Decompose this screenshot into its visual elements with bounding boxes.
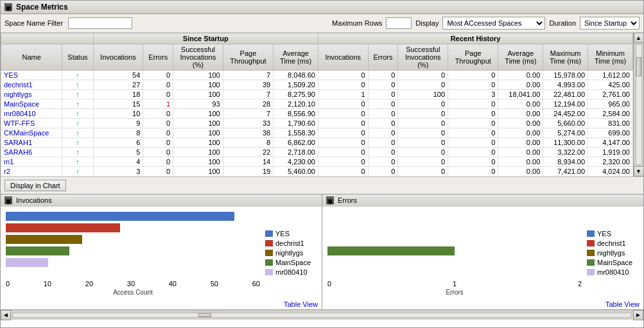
data-cell: 28 xyxy=(223,99,273,109)
table-row: dechrist1↑270100391,509.2000000.004,993.… xyxy=(1,80,633,90)
scroll-track[interactable] xyxy=(636,44,642,165)
table-row: mr080410↑10010078,556.9000000.0024,452.0… xyxy=(1,109,633,119)
display-in-chart-button[interactable]: Display in Chart xyxy=(4,180,66,191)
invocations-axis-title: Access Count xyxy=(6,289,260,296)
data-cell: 18,041.00 xyxy=(498,90,543,99)
horizontal-scroll-track[interactable] xyxy=(12,313,632,318)
data-cell: 5 xyxy=(93,148,143,157)
space-name-cell[interactable]: m1 xyxy=(1,157,62,167)
legend-item: MainSpace xyxy=(587,259,638,266)
max-rows-input[interactable] xyxy=(386,17,412,29)
data-cell: 0 xyxy=(398,71,448,80)
data-cell: 0 xyxy=(368,138,398,148)
data-cell: 0 xyxy=(448,167,498,177)
data-cell: 8 xyxy=(93,128,143,138)
data-cell: 1 xyxy=(143,99,173,109)
errors-chart-content: 012 Errors YESdechrist1nightlygsMainSpac… xyxy=(322,207,643,299)
data-cell: 5,274.00 xyxy=(543,128,588,138)
space-name-cell[interactable]: r2 xyxy=(1,167,62,177)
data-cell: 11,300.00 xyxy=(543,138,588,148)
bar-row xyxy=(6,235,260,244)
data-cell: 2,120.10 xyxy=(274,99,318,109)
legend-item: mr080410 xyxy=(265,268,317,276)
data-cell: 100 xyxy=(173,109,223,119)
duration-label: Duration xyxy=(549,19,576,27)
errors-table-view-link[interactable]: Table View xyxy=(322,299,643,309)
errors-chart-panel: ▣ Errors 012 Errors YESdechrist1nightlyg… xyxy=(322,194,643,309)
display-select[interactable]: Most ACcessed Spaces Least Accessed Spac… xyxy=(442,17,545,30)
invocations-bars-area: 0102030405060 Access Count xyxy=(6,212,260,294)
data-cell: 0 xyxy=(368,128,398,138)
scroll-up-button[interactable]: ▲ xyxy=(634,33,644,43)
data-cell: 0 xyxy=(143,109,173,119)
scroll-thumb[interactable] xyxy=(636,57,641,76)
data-cell: 0 xyxy=(318,128,368,138)
data-cell: 8 xyxy=(223,138,273,148)
data-cell: 0 xyxy=(318,109,368,119)
space-name-cell[interactable]: MainSpace xyxy=(1,99,62,109)
axis-tick: 50 xyxy=(211,280,218,288)
table-row: CKMainSpace↑80100381,558.3000000.005,274… xyxy=(1,128,633,138)
space-name-cell[interactable]: SARAH6 xyxy=(1,148,62,157)
data-cell: 4,024.00 xyxy=(588,167,633,177)
data-cell: 0 xyxy=(368,71,398,80)
duration-select[interactable]: Since Startup Last Hour Last Day xyxy=(580,17,640,30)
data-cell: 0 xyxy=(143,138,173,148)
status-cell: ↑ xyxy=(62,128,93,138)
space-name-cell[interactable]: dechrist1 xyxy=(1,80,62,90)
data-cell: 0 xyxy=(398,148,448,157)
bar-fill xyxy=(6,246,69,255)
data-cell: 0.00 xyxy=(498,167,543,177)
data-cell: 7 xyxy=(223,90,273,99)
status-cell: ↑ xyxy=(62,157,93,167)
bar-row xyxy=(6,246,260,255)
invocations-chart-content: 0102030405060 Access Count YESdechrist1n… xyxy=(1,207,322,299)
horizontal-scroll-thumb[interactable] xyxy=(198,313,211,317)
data-cell: 7 xyxy=(223,71,273,80)
errors-collapse-icon[interactable]: ▣ xyxy=(326,196,334,204)
bar-row xyxy=(327,223,582,232)
data-cell: 0 xyxy=(368,80,398,90)
table-row: YES↑54010078,048.6000000.0015,978.001,61… xyxy=(1,71,633,80)
horizontal-scrollbar[interactable]: ◄ ► xyxy=(1,309,643,320)
errors-chart-title: Errors xyxy=(338,196,357,204)
data-cell: 965.00 xyxy=(588,99,633,109)
table-row: MainSpace↑15193282,120.1000000.0012,194.… xyxy=(1,99,633,109)
space-name-cell[interactable]: SARAH1 xyxy=(1,138,62,148)
since-startup-header: Since Startup xyxy=(93,33,318,44)
invocations-bars-wrapper xyxy=(6,212,260,280)
data-cell: 0 xyxy=(398,109,448,119)
scroll-left-button[interactable]: ◄ xyxy=(1,310,11,320)
invocations-table-view-link[interactable]: Table View xyxy=(1,299,322,309)
invocations-collapse-icon[interactable]: ▣ xyxy=(4,196,12,204)
legend-item: mr080410 xyxy=(587,268,638,276)
space-name-cell[interactable]: CKMainSpace xyxy=(1,128,62,138)
space-name-cell[interactable]: YES xyxy=(1,71,62,80)
scroll-right-button[interactable]: ► xyxy=(633,310,643,320)
data-cell: 0 xyxy=(368,119,398,128)
data-cell: 0 xyxy=(143,128,173,138)
scroll-down-button[interactable]: ▼ xyxy=(634,166,644,177)
bar-fill xyxy=(327,246,455,255)
col-max: MaximumTime (ms) xyxy=(543,44,588,71)
legend-label: YES xyxy=(275,230,290,237)
axis-tick: 0 xyxy=(327,280,331,288)
data-cell: 0 xyxy=(368,109,398,119)
col-page-rh: PageThroughput xyxy=(448,44,498,71)
space-name-cell[interactable]: mr080410 xyxy=(1,109,62,119)
data-cell: 14 xyxy=(223,157,273,167)
space-name-filter-input[interactable] xyxy=(68,17,132,29)
space-name-cell[interactable]: WTF-FFS xyxy=(1,119,62,128)
vertical-scrollbar[interactable]: ▲ ▼ xyxy=(633,33,643,177)
data-cell: 15 xyxy=(93,99,143,109)
data-cell: 100 xyxy=(173,119,223,128)
space-name-cell[interactable]: nightlygs xyxy=(1,90,62,99)
collapse-icon[interactable]: ▣ xyxy=(4,3,12,11)
data-cell: 7 xyxy=(223,109,273,119)
panel-header: ▣ Space Metrics xyxy=(1,1,643,14)
data-cell: 0.00 xyxy=(498,99,543,109)
bar-fill xyxy=(6,258,48,267)
data-cell: 22,481.00 xyxy=(543,90,588,99)
data-cell: 39 xyxy=(223,80,273,90)
data-cell: 0 xyxy=(318,71,368,80)
